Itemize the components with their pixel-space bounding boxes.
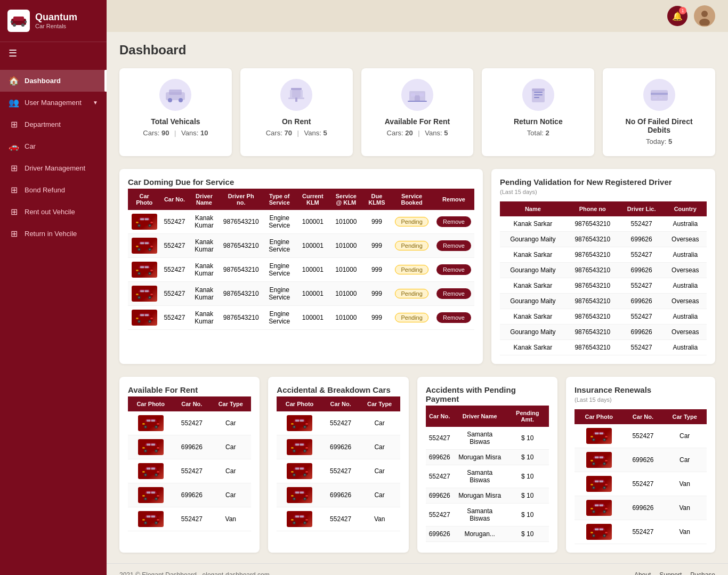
col-car-photo: Car Photo — [277, 396, 322, 411]
footer-support[interactable]: Support — [659, 571, 682, 575]
lic-cell: 699626 — [619, 294, 664, 309]
svg-point-3 — [21, 23, 25, 27]
remove-button[interactable]: Remove — [436, 240, 471, 251]
svg-point-182 — [603, 463, 605, 465]
country-cell: Australia — [664, 340, 707, 355]
footer-purchase[interactable]: Puchase — [690, 571, 715, 575]
sidebar-item-rent-out[interactable]: ⊞ Rent out Vehcile — [0, 201, 107, 223]
svg-rect-25 — [534, 94, 543, 95]
remove-cell[interactable]: Remove — [433, 234, 474, 258]
page-title: Dashboard — [119, 43, 715, 58]
footer-about[interactable]: About — [634, 571, 651, 575]
insurance-table: Car Photo Car No. Car Type 552427 Car — [575, 409, 707, 544]
sidebar-item-label: User Management — [25, 99, 82, 107]
svg-rect-141 — [295, 468, 299, 470]
sidebar-item-driver-management[interactable]: ⊞ Driver Management — [0, 157, 107, 179]
driver-name-cell: Samanta Biswas — [454, 427, 506, 450]
footer-links: About Support Puchase — [634, 571, 715, 575]
users-icon: 👥 — [9, 98, 19, 108]
sidebar-item-return-in[interactable]: ⊞ Return in Vehcile — [0, 223, 107, 245]
svg-rect-10 — [169, 90, 182, 95]
svg-rect-1 — [13, 17, 24, 21]
svg-rect-123 — [295, 420, 299, 422]
due-klms-cell: 999 — [363, 210, 391, 234]
due-klms-cell: 999 — [363, 234, 391, 258]
table-row: 552427 Car — [277, 411, 400, 435]
lic-cell: 699626 — [619, 232, 664, 247]
accidents-table: Car No. Driver Name Pending Amt. 552427 … — [426, 406, 549, 542]
svg-rect-201 — [591, 508, 593, 509]
sidebar-item-user-management[interactable]: 👥 User Management ▼ — [0, 92, 107, 114]
car-photo-cell — [277, 507, 322, 531]
driver-name-cell: Kanak Kumar — [188, 234, 220, 258]
car-thumbnail — [586, 452, 612, 468]
svg-point-91 — [144, 450, 146, 452]
svg-rect-85 — [157, 423, 159, 425]
remove-cell[interactable]: Remove — [433, 282, 474, 306]
sidebar-item-dashboard[interactable]: 🏠 Dashboard — [0, 70, 107, 92]
car-photo-cell — [277, 459, 322, 483]
remove-cell[interactable]: Remove — [433, 210, 474, 234]
remove-button[interactable]: Remove — [436, 216, 471, 227]
car-type-cell: Car — [359, 435, 400, 459]
sidebar-item-car[interactable]: 🚗 Car — [0, 135, 107, 157]
svg-rect-29 — [651, 93, 668, 95]
driver-phone-cell: 9876543210 — [220, 234, 262, 258]
driver-name-cell: Samanta Biswas — [454, 465, 506, 488]
car-thumbnail — [138, 487, 164, 503]
driver-phone-cell: 9876543210 — [220, 258, 262, 282]
svg-rect-124 — [300, 420, 304, 422]
car-type-cell: Car — [359, 483, 400, 507]
phone-cell: 9876543210 — [566, 216, 619, 232]
svg-rect-13 — [291, 88, 302, 90]
sidebar-item-department[interactable]: ⊞ Department — [0, 114, 107, 135]
sidebar-item-bond-refund[interactable]: ⊞ Bond Refund — [0, 179, 107, 201]
available-for-rent-table: Car Photo Car No. Car Type 552427 Car — [128, 396, 251, 531]
sidebar-toggle[interactable]: ☰ — [0, 42, 107, 64]
car-no-cell: 699626 — [624, 448, 663, 472]
insurance-renewals-card: Insurance Renewals (Last 15 days) Car Ph… — [566, 377, 715, 553]
car-photo-cell — [575, 496, 624, 520]
car-thumbnail — [138, 439, 164, 455]
svg-rect-210 — [591, 532, 593, 533]
service-table-title: Car Doming Due for Service — [128, 177, 474, 187]
svg-rect-130 — [305, 423, 308, 425]
svg-rect-133 — [300, 444, 304, 446]
remove-cell[interactable]: Remove — [433, 306, 474, 330]
svg-rect-142 — [300, 468, 304, 470]
car-thumbnail — [287, 439, 312, 455]
table-row: Kanak Sarkar 9876543210 552427 Australia — [500, 247, 707, 263]
sidebar-navigation: 🏠 Dashboard 👥 User Management ▼ ⊞ Depart… — [0, 70, 107, 245]
svg-rect-159 — [295, 516, 299, 518]
avatar[interactable] — [694, 5, 715, 27]
stat-value: Total: 2 — [527, 129, 549, 137]
remove-cell[interactable]: Remove — [433, 258, 474, 282]
pending-amt-cell: $ 10 — [506, 504, 549, 527]
table-row: 552427 Car — [128, 411, 251, 435]
notification-button[interactable]: 🔔 1 — [667, 6, 687, 26]
status-badge: Pending — [395, 217, 428, 226]
svg-point-190 — [593, 487, 594, 489]
car-photo-cell — [575, 472, 624, 496]
car-icon: 🚗 — [9, 141, 19, 151]
remove-button[interactable]: Remove — [436, 288, 471, 299]
pending-amt-cell: $ 10 — [506, 488, 549, 504]
driver-phone-cell: 9876543210 — [220, 306, 262, 330]
svg-rect-66 — [136, 294, 138, 295]
svg-point-200 — [603, 511, 605, 513]
stat-value: Cars: 70 | Vans: 5 — [266, 129, 327, 137]
service-booked-cell: Pending — [390, 306, 433, 330]
service-at-cell: 101000 — [329, 282, 363, 306]
current-klm-cell: 100001 — [297, 306, 329, 330]
car-thumbnail — [287, 415, 312, 431]
car-thumbnail — [287, 487, 312, 503]
car-thumbnail — [586, 428, 612, 444]
remove-button[interactable]: Remove — [436, 312, 471, 323]
table-row: 552427 Samanta Biswas $ 10 — [426, 504, 549, 527]
svg-rect-69 — [140, 314, 144, 317]
table-row: 699626 Morugan... $ 10 — [426, 527, 549, 542]
name-cell: Kanak Sarkar — [500, 247, 566, 263]
car-no-cell: 699626 — [426, 450, 454, 465]
remove-button[interactable]: Remove — [436, 264, 471, 275]
car-photo-cell — [277, 411, 322, 435]
